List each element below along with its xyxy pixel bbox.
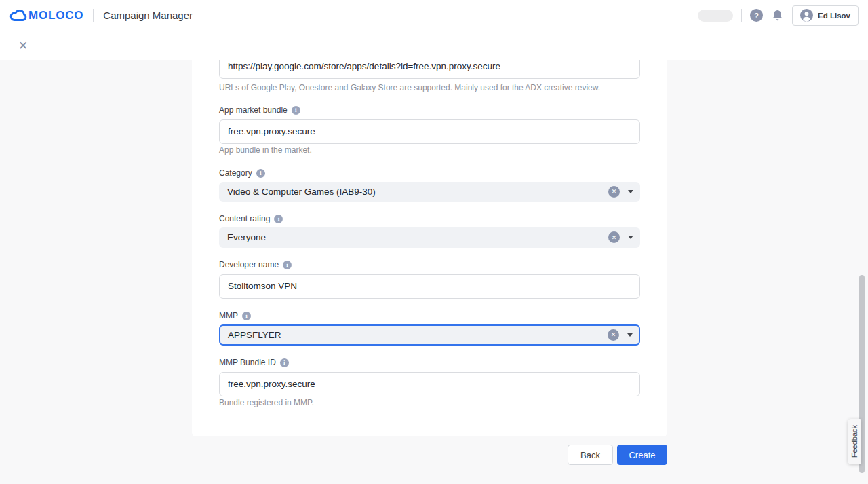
feedback-tab-label: Feedback bbox=[850, 425, 859, 458]
info-icon[interactable]: i bbox=[256, 169, 265, 178]
avatar-icon bbox=[800, 9, 813, 22]
mmp-select[interactable]: APPSFLYER ✕ bbox=[219, 324, 640, 346]
notifications-bell-icon[interactable] bbox=[771, 9, 784, 22]
app-market-bundle-label: App market bundle i bbox=[219, 106, 640, 115]
dialog-header: ✕ bbox=[0, 31, 868, 60]
app-market-bundle-helper: App bundle in the market. bbox=[219, 146, 640, 154]
clear-icon[interactable]: ✕ bbox=[608, 186, 620, 198]
back-button[interactable]: Back bbox=[568, 445, 613, 465]
app-settings-form-panel: URLs of Google Play, Onestore and Galaxy… bbox=[192, 60, 667, 436]
feedback-tab[interactable]: Feedback bbox=[848, 419, 861, 464]
info-icon[interactable]: i bbox=[292, 106, 300, 115]
logo-wordmark: MOLOCO bbox=[28, 9, 83, 22]
info-icon[interactable]: i bbox=[280, 358, 289, 367]
page-content: URLs of Google Play, Onestore and Galaxy… bbox=[0, 60, 868, 484]
content-rating-value: Everyone bbox=[227, 232, 608, 242]
header-right-divider bbox=[741, 9, 742, 22]
close-icon[interactable]: ✕ bbox=[18, 40, 28, 52]
info-icon[interactable]: i bbox=[242, 312, 251, 320]
developer-name-label: Developer name i bbox=[219, 261, 640, 269]
app-market-url-input[interactable] bbox=[219, 60, 640, 79]
masked-account-pill bbox=[698, 10, 733, 22]
chevron-down-icon[interactable] bbox=[627, 333, 633, 337]
header-divider bbox=[93, 9, 94, 22]
moloco-logo[interactable]: MOLOCO bbox=[9, 9, 83, 22]
category-select[interactable]: Video & Computer Games (IAB9-30) ✕ bbox=[219, 182, 640, 202]
page-title: Campaign Manager bbox=[103, 10, 193, 21]
info-icon[interactable]: i bbox=[274, 215, 283, 223]
category-value: Video & Computer Games (IAB9-30) bbox=[227, 187, 608, 197]
content-rating-label: Content rating i bbox=[219, 215, 640, 223]
form-fields: URLs of Google Play, Onestore and Galaxy… bbox=[192, 60, 667, 407]
clear-icon[interactable]: ✕ bbox=[608, 329, 619, 341]
create-button[interactable]: Create bbox=[617, 445, 667, 465]
content-rating-select[interactable]: Everyone ✕ bbox=[219, 227, 640, 248]
user-name-label: Ed Lisov bbox=[818, 12, 850, 20]
mmp-bundle-id-label: MMP Bundle ID i bbox=[219, 358, 640, 367]
chevron-down-icon[interactable] bbox=[628, 190, 633, 193]
cloud-logo-icon bbox=[9, 10, 27, 22]
user-menu-button[interactable]: Ed Lisov bbox=[792, 5, 859, 26]
app-market-bundle-input[interactable] bbox=[219, 119, 640, 144]
mmp-bundle-id-input[interactable] bbox=[219, 372, 640, 396]
info-icon[interactable]: i bbox=[283, 261, 292, 269]
app-header: MOLOCO Campaign Manager ? Ed Lisov bbox=[0, 0, 868, 31]
mmp-value: APPSFLYER bbox=[228, 330, 608, 340]
help-icon[interactable]: ? bbox=[750, 9, 763, 22]
mmp-bundle-id-helper: Bundle registered in MMP. bbox=[219, 398, 640, 407]
app-market-url-helper: URLs of Google Play, Onestore and Galaxy… bbox=[219, 83, 640, 92]
mmp-label: MMP i bbox=[219, 312, 640, 320]
category-label: Category i bbox=[219, 169, 640, 178]
clear-icon[interactable]: ✕ bbox=[608, 231, 620, 243]
developer-name-input[interactable] bbox=[219, 274, 640, 299]
form-actions: Back Create bbox=[192, 445, 667, 465]
chevron-down-icon[interactable] bbox=[628, 236, 633, 239]
